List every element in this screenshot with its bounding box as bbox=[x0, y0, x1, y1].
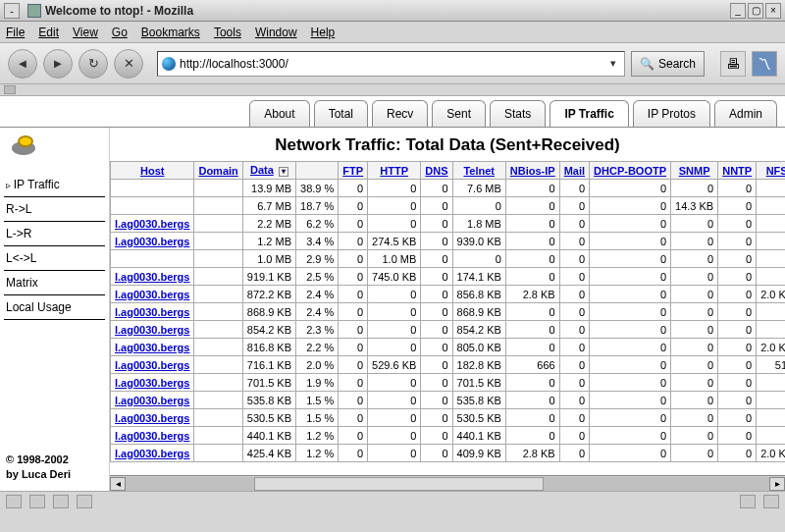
sidebar-item-local-usage[interactable]: Local Usage bbox=[4, 295, 105, 320]
data-cell: 0 bbox=[339, 392, 368, 409]
col-snmp[interactable]: SNMP bbox=[671, 162, 718, 180]
host-cell[interactable]: l.ag0030.bergs bbox=[111, 427, 194, 445]
data-cell: 6.2 % bbox=[296, 215, 339, 233]
data-cell: 0 bbox=[559, 339, 589, 356]
menu-help[interactable]: Help bbox=[311, 26, 336, 39]
menu-bookmarks[interactable]: Bookmarks bbox=[141, 26, 200, 39]
data-cell: 0 bbox=[559, 180, 589, 197]
scroll-left-icon[interactable]: ◂ bbox=[110, 477, 126, 491]
host-cell[interactable]: l.ag0030.bergs bbox=[111, 392, 194, 409]
col-dhcp-bootp[interactable]: DHCP-BOOTP bbox=[590, 162, 671, 180]
tab-recv[interactable]: Recv bbox=[372, 100, 428, 127]
mail-icon[interactable] bbox=[29, 495, 45, 508]
data-cell: 939.0 KB bbox=[452, 233, 505, 250]
data-cell: 0 bbox=[339, 356, 368, 374]
tab-about[interactable]: About bbox=[249, 100, 309, 127]
col-data[interactable]: Data ▾ bbox=[242, 162, 295, 180]
data-cell: 2.4 % bbox=[296, 303, 339, 321]
close-button[interactable]: × bbox=[765, 3, 781, 19]
url-dropdown-icon[interactable]: ▾ bbox=[606, 57, 620, 70]
data-cell: 0 bbox=[505, 197, 559, 215]
forward-button[interactable]: ► bbox=[43, 49, 73, 79]
data-cell: 0 bbox=[505, 215, 559, 233]
tab-ip-traffic[interactable]: IP Traffic bbox=[550, 100, 628, 127]
host-cell[interactable]: l.ag0030.bergs bbox=[111, 268, 194, 286]
col-pct[interactable] bbox=[296, 162, 339, 180]
composer-icon[interactable] bbox=[53, 495, 69, 508]
toolbar-grip[interactable] bbox=[4, 85, 16, 94]
menu-tools[interactable]: Tools bbox=[214, 26, 241, 39]
data-cell: 0 bbox=[505, 392, 559, 409]
tab-admin[interactable]: Admin bbox=[714, 100, 777, 127]
host-cell[interactable]: l.ag0030.bergs bbox=[111, 321, 194, 339]
window-menu-button[interactable]: - bbox=[4, 3, 20, 19]
sidebar-item-r-l[interactable]: R->L bbox=[4, 197, 105, 222]
data-cell: 0 bbox=[559, 392, 589, 409]
minimize-button[interactable]: _ bbox=[730, 3, 746, 19]
data-cell: 0 bbox=[559, 356, 589, 374]
menu-view[interactable]: View bbox=[73, 26, 98, 39]
security-icon[interactable] bbox=[763, 495, 779, 508]
host-cell[interactable]: l.ag0030.bergs bbox=[111, 339, 194, 356]
col-domain[interactable]: Domain bbox=[194, 162, 242, 180]
data-cell: 0 bbox=[421, 268, 452, 286]
stop-button[interactable]: ✕ bbox=[114, 49, 143, 79]
host-cell[interactable]: l.ag0030.bergs bbox=[111, 286, 194, 303]
print-icon[interactable]: 🖶 bbox=[720, 51, 746, 77]
menu-file[interactable]: File bbox=[6, 26, 25, 39]
tab-sent[interactable]: Sent bbox=[432, 100, 486, 127]
host-cell[interactable]: l.ag0030.bergs bbox=[111, 409, 194, 427]
tab-ip-protos[interactable]: IP Protos bbox=[633, 100, 710, 127]
data-cell: 0 bbox=[671, 303, 718, 321]
col-telnet[interactable]: Telnet bbox=[452, 162, 505, 180]
maximize-button[interactable]: ▢ bbox=[748, 3, 763, 19]
host-cell[interactable]: l.ag0030.bergs bbox=[111, 303, 194, 321]
sidebar-item-ip-traffic[interactable]: IP Traffic bbox=[4, 173, 105, 197]
col-mail[interactable]: Mail bbox=[559, 162, 589, 180]
tab-stats[interactable]: Stats bbox=[490, 100, 546, 127]
scrollbar-thumb[interactable] bbox=[254, 477, 544, 491]
sidebar-item-l-l[interactable]: L<->L bbox=[4, 246, 105, 271]
menu-go[interactable]: Go bbox=[112, 26, 128, 39]
col-http[interactable]: HTTP bbox=[368, 162, 421, 180]
col-nfs[interactable]: NFS bbox=[757, 162, 785, 180]
data-cell: 0 bbox=[590, 356, 671, 374]
data-cell: 0 bbox=[757, 250, 785, 268]
col-ftp[interactable]: FTP bbox=[339, 162, 368, 180]
data-cell: 0 bbox=[671, 445, 718, 462]
menu-edit[interactable]: Edit bbox=[38, 26, 59, 39]
horizontal-scrollbar[interactable]: ◂ ▸ bbox=[110, 475, 785, 491]
url-bar[interactable]: ▾ bbox=[157, 51, 625, 77]
sidebar-item-l-r[interactable]: L->R bbox=[4, 222, 105, 246]
data-cell: 0 bbox=[339, 409, 368, 427]
back-button[interactable]: ◄ bbox=[8, 49, 37, 79]
host-cell bbox=[111, 197, 194, 215]
addressbook-icon[interactable] bbox=[77, 495, 92, 508]
navigator-icon[interactable] bbox=[6, 495, 22, 508]
data-cell: 854.2 KB bbox=[452, 321, 505, 339]
menu-window[interactable]: Window bbox=[255, 26, 297, 39]
data-cell: 0 bbox=[559, 268, 589, 286]
col-dns[interactable]: DNS bbox=[421, 162, 452, 180]
offline-icon[interactable] bbox=[740, 495, 756, 508]
host-cell[interactable]: l.ag0030.bergs bbox=[111, 445, 194, 462]
data-cell: 0 bbox=[339, 215, 368, 233]
data-cell: 0 bbox=[671, 215, 718, 233]
search-button[interactable]: 🔍 Search bbox=[631, 51, 705, 77]
host-cell[interactable]: l.ag0030.bergs bbox=[111, 356, 194, 374]
scroll-right-icon[interactable]: ▸ bbox=[769, 477, 785, 491]
host-cell[interactable]: l.ag0030.bergs bbox=[111, 233, 194, 250]
reload-button[interactable]: ↻ bbox=[78, 49, 108, 79]
url-input[interactable] bbox=[180, 57, 606, 71]
data-cell: 0 bbox=[559, 286, 589, 303]
host-cell[interactable]: l.ag0030.bergs bbox=[111, 374, 194, 392]
host-cell[interactable]: l.ag0030.bergs bbox=[111, 215, 194, 233]
data-cell: 182.8 KB bbox=[452, 356, 505, 374]
data-cell bbox=[194, 250, 242, 268]
tab-total[interactable]: Total bbox=[314, 100, 368, 127]
sidebar-item-matrix[interactable]: Matrix bbox=[4, 271, 105, 295]
col-nntp[interactable]: NNTP bbox=[718, 162, 757, 180]
col-host[interactable]: Host bbox=[111, 162, 194, 180]
data-cell: 13.9 MB bbox=[242, 180, 295, 197]
col-nbios-ip[interactable]: NBios-IP bbox=[505, 162, 559, 180]
